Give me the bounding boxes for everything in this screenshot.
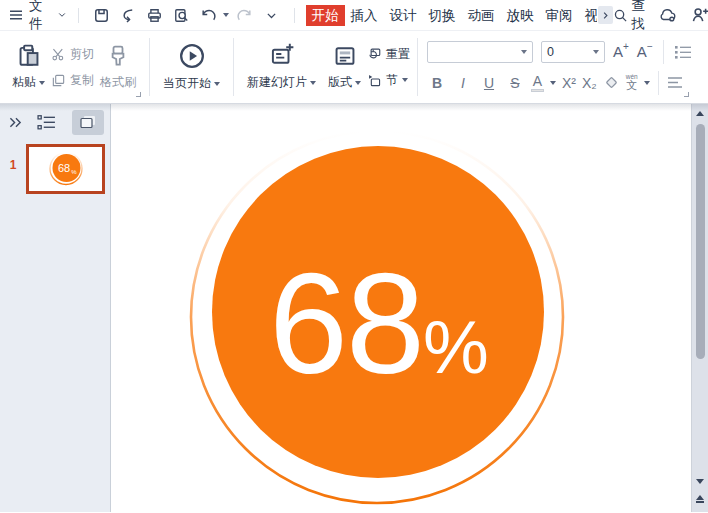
cloud-sync-button[interactable]	[658, 6, 678, 24]
slides-view-button[interactable]	[72, 110, 104, 135]
cut-button[interactable]: 剪切	[51, 46, 94, 63]
decrease-font-button[interactable]: A−	[637, 44, 653, 59]
phonetic-guide-button[interactable]: wén 文	[626, 74, 638, 92]
bullet-list-button[interactable]	[674, 44, 692, 60]
save-button[interactable]	[90, 4, 113, 26]
scroll-down-button[interactable]	[692, 474, 708, 488]
copy-icon	[51, 73, 66, 88]
print-button[interactable]	[144, 4, 167, 26]
slide-number: 1	[0, 144, 26, 194]
save-icon	[93, 7, 110, 24]
share-user-button[interactable]	[691, 6, 708, 24]
clipboard-group: 粘贴 剪切 复制 格式刷	[4, 34, 144, 100]
paste-dropdown-caret	[39, 81, 45, 85]
previous-slide-button[interactable]	[692, 492, 708, 506]
tabs-overflow-button[interactable]	[598, 6, 613, 24]
layout-button[interactable]: 版式	[322, 41, 367, 93]
search-icon	[613, 8, 628, 23]
scroll-up-button[interactable]	[692, 106, 708, 120]
slide-thumbnail[interactable]: 68 %	[26, 144, 105, 194]
decrease-font-a: A	[637, 44, 647, 59]
slide-canvas[interactable]: 68%	[111, 104, 691, 512]
reset-label: 重置	[386, 46, 410, 63]
superscript-button[interactable]: X²	[562, 76, 576, 90]
font-dialog-launcher[interactable]	[684, 92, 689, 97]
undo-button[interactable]	[197, 4, 220, 26]
slides-group: 新建幻灯片 版式 重置 节	[239, 34, 412, 100]
tab-view[interactable]: 视图	[579, 5, 597, 26]
expand-panel-button[interactable]	[8, 116, 23, 129]
thumbnail-percent-value: 68	[58, 162, 70, 174]
paste-button[interactable]: 粘贴	[6, 41, 51, 93]
file-menu-button[interactable]: 文件	[8, 0, 67, 33]
slide-list-item[interactable]: 1 68 %	[0, 144, 110, 194]
export-pdf-button[interactable]	[117, 4, 140, 26]
font-size-value: 0	[547, 45, 554, 59]
thumbnail-percent-unit: %	[71, 169, 77, 175]
customize-quickbar-button[interactable]	[260, 4, 283, 26]
font-color-button[interactable]: A	[531, 74, 544, 92]
vertical-scrollbar[interactable]	[691, 104, 708, 512]
reset-icon	[367, 47, 382, 62]
bold-button[interactable]: B	[427, 76, 447, 90]
new-slide-icon	[269, 43, 295, 69]
increase-font-button[interactable]: A+	[613, 44, 629, 59]
percent-circle[interactable]: 68%	[212, 146, 544, 478]
slides-view-icon	[79, 114, 97, 130]
printer-icon	[146, 7, 163, 24]
triangle-down-icon	[696, 479, 704, 484]
tab-insert[interactable]: 插入	[345, 5, 384, 26]
divider	[78, 8, 79, 23]
scrollbar-thumb[interactable]	[696, 124, 705, 359]
layout-icon	[332, 43, 358, 69]
redo-icon	[236, 7, 253, 24]
ribbon-tabs: 开始 插入 设计 切换 动画 放映 审阅 视图	[306, 5, 613, 26]
format-painter-button[interactable]: 格式刷	[94, 41, 142, 93]
font-name-caret	[521, 50, 527, 54]
play-from-current-button[interactable]: 当页开始	[157, 40, 226, 94]
print-preview-button[interactable]	[170, 4, 193, 26]
undo-dropdown-caret[interactable]	[223, 13, 229, 17]
chevron-collapse-icon	[265, 9, 278, 22]
titlebar: 文件	[0, 0, 708, 31]
new-slide-button[interactable]: 新建幻灯片	[241, 41, 322, 93]
strikethrough-button[interactable]: S	[505, 76, 525, 90]
percent-value: 68	[269, 244, 423, 403]
paste-icon	[16, 43, 42, 69]
italic-button[interactable]: I	[453, 76, 473, 90]
tab-design[interactable]: 设计	[384, 5, 423, 26]
ribbon: 粘贴 剪切 复制 格式刷	[0, 31, 708, 104]
tab-slideshow[interactable]: 放映	[501, 5, 540, 26]
section-button[interactable]: 节	[367, 72, 410, 89]
copy-button[interactable]: 复制	[51, 72, 94, 89]
underline-button[interactable]: U	[479, 76, 499, 90]
tab-transition[interactable]: 切换	[423, 5, 462, 26]
layout-label: 版式	[328, 74, 352, 91]
copy-label: 复制	[70, 72, 94, 89]
increase-font-sign: +	[623, 42, 629, 52]
clear-format-button[interactable]	[603, 74, 620, 91]
reset-button[interactable]: 重置	[367, 46, 410, 63]
main-area: 1 68 %	[0, 104, 708, 512]
layout-dropdown-caret	[355, 81, 361, 85]
font-name-combobox[interactable]	[427, 41, 533, 63]
subscript-button[interactable]: X₂	[582, 76, 597, 90]
clipboard-dialog-launcher[interactable]	[136, 92, 141, 97]
divider	[663, 40, 664, 64]
redo-button[interactable]	[233, 4, 256, 26]
section-icon	[367, 73, 382, 88]
align-button[interactable]	[667, 76, 683, 90]
tab-review[interactable]: 审阅	[540, 5, 579, 26]
percent-text: 68%	[269, 253, 487, 395]
outline-view-button[interactable]	[37, 114, 56, 131]
font-size-combobox[interactable]: 0	[541, 41, 605, 63]
double-up-icon	[696, 495, 704, 503]
find-label: 查找	[632, 0, 646, 33]
phonetic-caret[interactable]	[644, 81, 650, 85]
find-button[interactable]: 查找	[613, 0, 646, 33]
hamburger-menu-icon	[8, 7, 24, 23]
tab-animation[interactable]: 动画	[462, 5, 501, 26]
font-color-caret[interactable]	[550, 81, 556, 85]
tab-home[interactable]: 开始	[306, 5, 345, 26]
percent-unit: %	[423, 306, 487, 389]
